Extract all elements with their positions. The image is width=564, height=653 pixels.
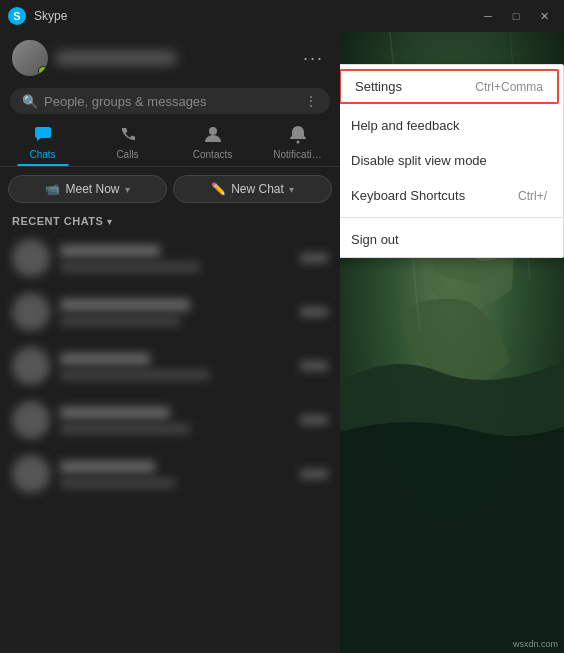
dropdown-item-settings[interactable]: Settings Ctrl+Comma <box>340 69 559 104</box>
close-button[interactable]: ✕ <box>532 6 556 26</box>
list-item[interactable] <box>0 339 340 393</box>
tab-notifications[interactable]: Notificati… <box>255 118 340 166</box>
tab-chats[interactable]: Chats <box>0 118 85 166</box>
chats-tab-label: Chats <box>29 149 55 160</box>
chat-avatar <box>12 455 50 493</box>
title-bar-controls: ─ □ ✕ <box>476 6 556 26</box>
tab-contacts[interactable]: Contacts <box>170 118 255 166</box>
dropdown-divider <box>340 217 563 218</box>
chat-info <box>60 461 290 488</box>
profile-name <box>56 51 176 65</box>
calls-icon <box>118 124 138 147</box>
app-title: Skype <box>34 9 67 23</box>
chat-avatar <box>12 347 50 385</box>
chat-info <box>60 245 290 272</box>
list-item[interactable] <box>0 447 340 501</box>
new-chat-button[interactable]: ✏️ New Chat ▾ <box>173 175 332 203</box>
maximize-button[interactable]: □ <box>504 6 528 26</box>
artwork-background: Settings Ctrl+Comma Help and feedback Di… <box>340 32 564 653</box>
calls-tab-label: Calls <box>116 149 138 160</box>
new-chat-icon: ✏️ <box>211 182 226 196</box>
notifications-tab-label: Notificati… <box>273 149 321 160</box>
dropdown-item-splitview[interactable]: Disable split view mode <box>340 143 563 178</box>
nav-tabs: Chats Calls Contacts <box>0 118 340 167</box>
chat-info <box>60 407 290 434</box>
chat-avatar <box>12 239 50 277</box>
recent-chats-chevron-icon[interactable]: ▾ <box>107 216 112 227</box>
search-bar: 🔍 ⋮ <box>10 88 330 114</box>
search-action-button[interactable]: ⋮ <box>304 93 318 109</box>
list-item[interactable] <box>0 393 340 447</box>
chat-time <box>300 361 328 371</box>
chat-avatar <box>12 293 50 331</box>
tab-calls[interactable]: Calls <box>85 118 170 166</box>
left-panel: ··· 🔍 ⋮ Chats <box>0 32 340 653</box>
help-label: Help and feedback <box>351 118 459 133</box>
chat-info <box>60 353 290 380</box>
app-container: ··· 🔍 ⋮ Chats <box>0 32 564 653</box>
chat-name <box>60 407 170 419</box>
minimize-button[interactable]: ─ <box>476 6 500 26</box>
dropdown-menu: Settings Ctrl+Comma Help and feedback Di… <box>340 64 564 258</box>
svg-point-3 <box>296 141 299 144</box>
list-item[interactable] <box>0 285 340 339</box>
search-input[interactable] <box>44 94 298 109</box>
svg-rect-0 <box>35 127 51 138</box>
chat-time <box>300 253 328 263</box>
svg-marker-1 <box>37 138 41 141</box>
contacts-tab-label: Contacts <box>193 149 232 160</box>
settings-shortcut: Ctrl+Comma <box>475 80 543 94</box>
right-panel: Settings Ctrl+Comma Help and feedback Di… <box>340 32 564 653</box>
dropdown-item-help[interactable]: Help and feedback <box>340 108 563 143</box>
profile-left <box>12 40 176 76</box>
keyboard-label: Keyboard Shortcuts <box>351 188 465 203</box>
notifications-icon <box>288 124 308 147</box>
dropdown-item-signout[interactable]: Sign out <box>340 222 563 257</box>
chat-preview <box>60 424 190 434</box>
skype-logo-icon: S <box>8 7 26 25</box>
search-icon: 🔍 <box>22 94 38 109</box>
chat-preview <box>60 262 200 272</box>
chat-preview <box>60 478 175 488</box>
title-bar-left: S Skype <box>8 7 67 25</box>
new-chat-label: New Chat <box>231 182 284 196</box>
chat-info <box>60 299 290 326</box>
meet-now-button[interactable]: 📹 Meet Now ▾ <box>8 175 167 203</box>
chat-preview <box>60 370 210 380</box>
watermark: wsxdn.com <box>513 639 558 649</box>
profile-area: ··· <box>0 32 340 84</box>
dropdown-item-keyboard[interactable]: Keyboard Shortcuts Ctrl+/ <box>340 178 563 213</box>
online-status-badge <box>38 66 48 76</box>
svg-point-2 <box>209 127 217 135</box>
meet-now-icon: 📹 <box>45 182 60 196</box>
more-options-button[interactable]: ··· <box>299 44 328 73</box>
chat-time <box>300 469 328 479</box>
chat-name <box>60 299 190 311</box>
avatar[interactable] <box>12 40 48 76</box>
title-bar: S Skype ─ □ ✕ <box>0 0 564 32</box>
signout-label: Sign out <box>351 232 399 247</box>
recent-chats-header: RECENT CHATS ▾ <box>0 211 340 231</box>
recent-chats-label: RECENT CHATS <box>12 215 103 227</box>
settings-label: Settings <box>355 79 402 94</box>
chats-icon <box>33 124 53 147</box>
chat-list <box>0 231 340 653</box>
chat-preview <box>60 316 180 326</box>
new-chat-arrow-icon: ▾ <box>289 184 294 195</box>
chat-name <box>60 353 150 365</box>
chat-name <box>60 245 160 257</box>
meet-now-label: Meet Now <box>65 182 119 196</box>
contacts-icon <box>203 124 223 147</box>
keyboard-shortcut: Ctrl+/ <box>518 189 547 203</box>
meet-now-arrow-icon: ▾ <box>125 184 130 195</box>
chat-name <box>60 461 155 473</box>
chat-time <box>300 415 328 425</box>
chat-avatar <box>12 401 50 439</box>
splitview-label: Disable split view mode <box>351 153 487 168</box>
action-buttons: 📹 Meet Now ▾ ✏️ New Chat ▾ <box>0 167 340 211</box>
chat-time <box>300 307 328 317</box>
list-item[interactable] <box>0 231 340 285</box>
